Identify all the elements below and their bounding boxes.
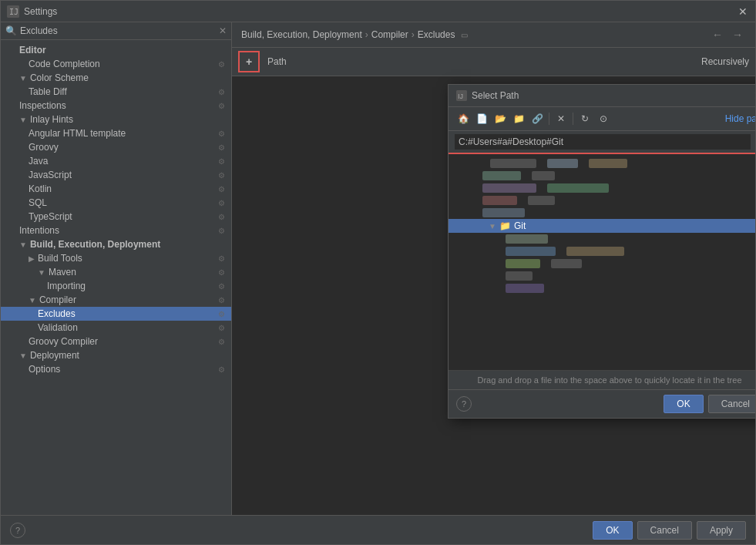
tree-blurred-row-7 <box>449 245 755 257</box>
color-scheme-label: Color Scheme <box>30 72 89 83</box>
table-diff-label: Table Diff <box>29 86 67 97</box>
sidebar-item-excludes[interactable]: Excludes ⚙ <box>1 307 231 321</box>
settings-gear-icon-3: ⚙ <box>218 102 225 110</box>
sidebar-item-importing[interactable]: Importing ⚙ <box>1 279 231 293</box>
sidebar-item-javascript[interactable]: JavaScript ⚙ <box>1 168 231 182</box>
cancel-button[interactable]: Cancel <box>637 521 692 540</box>
intentions-label: Intentions <box>19 225 59 236</box>
sidebar-item-inspections[interactable]: Inspections ⚙ <box>1 99 231 113</box>
expand-arrow-icon-3: ▼ <box>19 241 27 249</box>
settings-gear-icon-7: ⚙ <box>218 171 225 180</box>
expand-arrow-icon: ▼ <box>19 74 27 82</box>
sidebar-item-sql[interactable]: SQL ⚙ <box>1 196 231 210</box>
dialog-icon: IJ <box>456 90 467 101</box>
breadcrumb-item-1: Build, Execution, Deployment <box>241 29 362 40</box>
help-button[interactable]: ? <box>10 523 25 538</box>
breadcrumb-forward-button[interactable]: → <box>729 29 746 41</box>
java-label: Java <box>29 156 48 167</box>
sidebar-item-kotlin[interactable]: Kotlin ⚙ <box>1 182 231 196</box>
new-folder-button[interactable]: 📄 <box>473 110 490 127</box>
git-expand-arrow: ▼ <box>489 222 496 230</box>
editor-label: Editor <box>19 45 46 56</box>
dialog-ok-button[interactable]: OK <box>664 395 703 413</box>
sidebar-item-table-diff[interactable]: Table Diff ⚙ <box>1 85 231 99</box>
svg-text:IJ: IJ <box>458 93 463 100</box>
settings-gear-icon-2: ⚙ <box>218 88 225 96</box>
close-button[interactable]: ✕ <box>737 5 749 18</box>
inlay-hints-label: Inlay Hints <box>30 114 73 125</box>
groovy-label: Groovy <box>29 142 59 153</box>
sidebar-item-groovy[interactable]: Groovy ⚙ <box>1 140 231 154</box>
window-title: Settings <box>24 6 737 17</box>
add-path-button[interactable]: + <box>238 51 260 72</box>
settings-gear-icon-14: ⚙ <box>218 282 225 291</box>
git-folder-item[interactable]: ▼ 📁 Git <box>449 219 755 233</box>
breadcrumb-item-2: Compiler <box>371 29 408 40</box>
breadcrumb-sep-2: › <box>412 29 415 40</box>
titlebar: IJ Settings ✕ <box>1 1 755 22</box>
sidebar-item-typescript[interactable]: TypeScript ⚙ <box>1 210 231 224</box>
collapse-button[interactable]: 📁 <box>510 110 527 127</box>
build-exec-deploy-label: Build, Execution, Deployment <box>30 239 160 250</box>
sidebar-item-code-completion[interactable]: Code Completion ⚙ <box>1 57 231 71</box>
settings-gear-icon: ⚙ <box>218 60 225 69</box>
toolbar-separator-2 <box>573 113 573 125</box>
sidebar-item-build-tools[interactable]: ▶ Build Tools ⚙ <box>1 251 231 265</box>
angular-html-label: Angular HTML template <box>29 128 126 139</box>
search-input[interactable] <box>20 25 216 36</box>
path-dropdown-button[interactable]: ▼ <box>751 136 755 149</box>
bottom-bar: ? OK Cancel Apply <box>1 515 755 544</box>
refresh-button[interactable]: ↻ <box>576 110 593 127</box>
sidebar-item-java[interactable]: Java ⚙ <box>1 154 231 168</box>
sidebar-item-intentions[interactable]: Intentions ⚙ <box>1 224 231 237</box>
sidebar-item-build-exec-deploy[interactable]: ▼ Build, Execution, Deployment <box>1 237 231 251</box>
expand-arrow-icon-7: ▼ <box>19 352 27 360</box>
delete-button[interactable]: ✕ <box>553 110 570 127</box>
dialog-title: Select Path <box>472 90 754 101</box>
settings-gear-icon-16: ⚙ <box>218 310 225 318</box>
sidebar-item-maven[interactable]: ▼ Maven ⚙ <box>1 265 231 279</box>
link-button[interactable]: 🔗 <box>529 110 546 127</box>
settings-gear-icon-17: ⚙ <box>218 324 225 332</box>
sidebar-item-groovy-compiler[interactable]: Groovy Compiler ⚙ <box>1 335 231 348</box>
expand-button[interactable]: 📂 <box>492 110 509 127</box>
sidebar-item-validation[interactable]: Validation ⚙ <box>1 321 231 335</box>
settings-gear-icon-10: ⚙ <box>218 213 225 221</box>
settings-window: IJ Settings ✕ 🔍 ✕ Editor Code Completion… <box>0 0 756 545</box>
tree-blurred-row-1 <box>449 157 755 170</box>
search-clear-button[interactable]: ✕ <box>219 25 227 36</box>
sidebar-item-color-scheme[interactable]: ▼ Color Scheme <box>1 71 231 85</box>
home-button[interactable]: 🏠 <box>455 110 472 127</box>
settings-gear-icon-6: ⚙ <box>218 157 225 166</box>
dialog-help-button[interactable]: ? <box>456 396 472 412</box>
build-tools-label: Build Tools <box>38 253 82 264</box>
dialog-tree: ▼ 📁 Git <box>449 154 755 370</box>
path-input[interactable] <box>455 134 751 150</box>
expand-arrow-icon-5: ▼ <box>38 268 45 277</box>
dialog-footer: ? OK Cancel <box>449 389 755 418</box>
dialog-close-button[interactable]: ✕ <box>754 89 755 102</box>
apply-button[interactable]: Apply <box>697 521 746 540</box>
sidebar-item-editor[interactable]: Editor <box>1 43 231 57</box>
dialog-titlebar: IJ Select Path ✕ <box>449 85 755 107</box>
breadcrumb-back-button[interactable]: ← <box>709 29 726 41</box>
copy-button[interactable]: ⊙ <box>595 110 612 127</box>
settings-gear-icon-5: ⚙ <box>218 143 225 152</box>
dialog-cancel-button[interactable]: Cancel <box>708 395 755 413</box>
sidebar-item-inlay-hints[interactable]: ▼ Inlay Hints <box>1 113 231 126</box>
groovy-compiler-label: Groovy Compiler <box>29 336 98 347</box>
ok-button[interactable]: OK <box>593 521 632 540</box>
excludes-label: Excludes <box>38 308 76 319</box>
search-icon: 🔍 <box>5 25 17 36</box>
main-panel: Build, Execution, Deployment › Compiler … <box>232 22 755 515</box>
hide-path-button[interactable]: Hide path <box>725 113 755 124</box>
sidebar-item-deployment[interactable]: ▼ Deployment <box>1 348 231 362</box>
dialog-hint: Drag and drop a file into the space abov… <box>449 370 755 389</box>
breadcrumb-sep-1: › <box>365 29 368 40</box>
tree-blurred-row-4 <box>449 194 755 207</box>
dialog-footer-actions: OK Cancel <box>664 395 755 413</box>
dialog-toolbar: 🏠 📄 📂 📁 🔗 ✕ ↻ ⊙ Hide path <box>449 107 755 131</box>
sidebar-item-options[interactable]: Options ⚙ <box>1 362 231 376</box>
sidebar-item-angular-html[interactable]: Angular HTML template ⚙ <box>1 126 231 140</box>
sidebar-item-compiler[interactable]: ▼ Compiler ⚙ <box>1 293 231 307</box>
